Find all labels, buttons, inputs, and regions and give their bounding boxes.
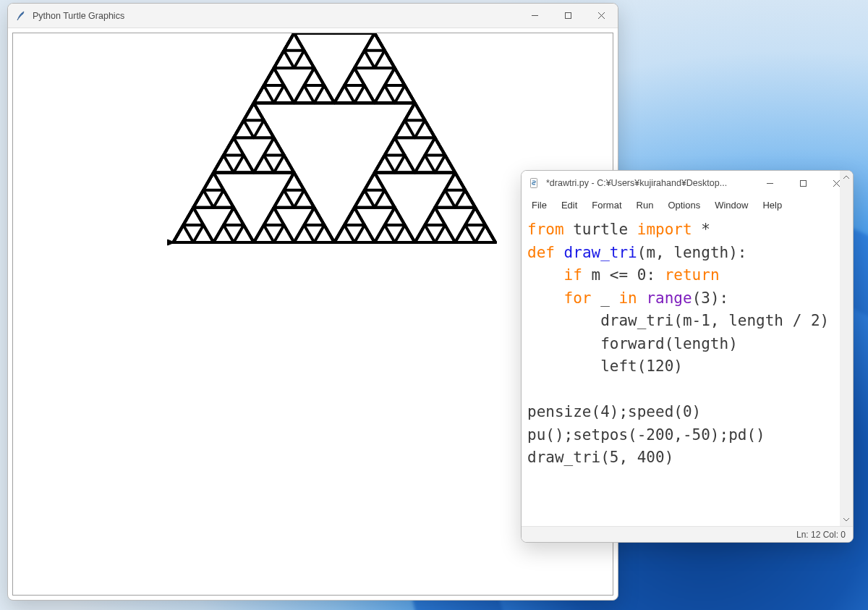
maximize-icon: [564, 12, 572, 20]
svg-marker-21: [254, 225, 274, 242]
svg-marker-82: [395, 120, 415, 137]
svg-marker-75: [395, 155, 415, 172]
svg-marker-115: [314, 33, 334, 33]
code-line: pu();setpos(-200,-50);pd(): [527, 424, 847, 447]
minimize-button[interactable]: [753, 171, 786, 195]
svg-marker-35: [234, 155, 254, 172]
svg-marker-58: [365, 173, 385, 190]
python-feather-icon: [15, 10, 27, 22]
menu-item-format[interactable]: Format: [584, 197, 629, 213]
svg-marker-105: [375, 85, 395, 103]
chevron-down-icon: [843, 516, 850, 523]
turtle-titlebar[interactable]: Python Turtle Graphics: [8, 4, 618, 28]
close-button[interactable]: [584, 4, 618, 27]
window-controls: [753, 171, 853, 195]
scrollbar-vertical[interactable]: [840, 171, 853, 526]
svg-marker-98: [284, 33, 305, 51]
svg-marker-78: [415, 155, 435, 172]
minimize-icon: [766, 179, 774, 187]
menu-item-help[interactable]: Help: [755, 197, 789, 213]
turtle-title: Python Turtle Graphics: [33, 11, 518, 21]
svg-marker-25: [294, 225, 315, 242]
cursor-position: Ln: 12 Col: 0: [796, 530, 846, 540]
svg-marker-90: [264, 68, 284, 85]
idle-titlebar[interactable]: *drawtri.py - C:¥Users¥kujirahand¥Deskto…: [522, 171, 853, 195]
menu-item-edit[interactable]: Edit: [554, 197, 584, 213]
menu-item-run[interactable]: Run: [629, 197, 661, 213]
svg-marker-27: [304, 208, 324, 225]
svg-marker-94: [304, 68, 324, 85]
minimize-button[interactable]: [518, 4, 551, 27]
scroll-down-button[interactable]: [840, 513, 853, 526]
svg-marker-17: [213, 190, 234, 208]
svg-marker-83: [415, 120, 435, 137]
maximize-button[interactable]: [786, 171, 820, 195]
svg-marker-18: [203, 173, 224, 190]
svg-marker-102: [354, 85, 375, 103]
svg-marker-66: [475, 225, 495, 242]
svg-marker-76: [385, 137, 405, 155]
svg-marker-118: [334, 33, 354, 33]
svg-marker-14: [224, 208, 244, 225]
chevron-up-icon: [843, 174, 850, 181]
menu-item-options[interactable]: Options: [660, 197, 707, 213]
svg-marker-57: [375, 190, 395, 208]
code-line: [527, 378, 847, 402]
svg-marker-30: [294, 190, 315, 208]
svg-marker-106: [395, 85, 415, 103]
svg-marker-92: [294, 85, 315, 103]
svg-marker-22: [274, 225, 294, 242]
idle-window: *drawtri.py - C:¥Users¥kujirahand¥Deskto…: [521, 170, 854, 543]
svg-rect-127: [800, 180, 806, 186]
svg-marker-101: [334, 85, 354, 103]
svg-marker-103: [344, 68, 365, 85]
svg-marker-53: [395, 225, 415, 242]
svg-marker-49: [354, 225, 375, 242]
idle-title: *drawtri.py - C:¥Users¥kujirahand¥Deskto…: [546, 178, 753, 188]
svg-marker-63: [425, 208, 445, 225]
svg-marker-13: [234, 225, 254, 242]
svg-marker-71: [445, 173, 465, 190]
scroll-up-button[interactable]: [840, 171, 853, 184]
svg-marker-38: [254, 155, 274, 172]
svg-marker-114: [294, 33, 315, 33]
code-line: pensize(4);speed(0): [527, 401, 847, 424]
svg-marker-62: [435, 225, 455, 242]
svg-marker-42: [234, 120, 254, 137]
svg-marker-84: [405, 103, 425, 120]
svg-marker-34: [213, 155, 234, 172]
svg-marker-93: [314, 85, 334, 103]
idle-menubar: FileEditFormatRunOptionsWindowHelp: [522, 195, 853, 216]
svg-marker-69: [435, 190, 455, 208]
code-line: left(120): [527, 355, 847, 378]
svg-rect-1: [565, 13, 571, 19]
svg-marker-70: [455, 190, 475, 208]
svg-marker-110: [375, 51, 395, 68]
close-icon: [597, 12, 605, 20]
svg-marker-97: [294, 51, 315, 68]
code-line: draw_tri(m-1, length / 2): [527, 310, 847, 333]
svg-marker-74: [375, 155, 395, 172]
maximize-button[interactable]: [551, 4, 584, 27]
svg-marker-88: [254, 85, 274, 103]
svg-marker-31: [284, 173, 305, 190]
svg-marker-10: [183, 208, 203, 225]
python-file-icon: [529, 177, 540, 189]
menu-item-window[interactable]: Window: [707, 197, 755, 213]
svg-marker-39: [274, 155, 294, 172]
svg-marker-26: [314, 225, 334, 242]
svg-marker-79: [435, 155, 455, 172]
menu-item-file[interactable]: File: [524, 197, 554, 213]
svg-marker-44: [244, 103, 264, 120]
svg-marker-8: [173, 225, 193, 242]
svg-marker-50: [344, 208, 365, 225]
svg-marker-119: [354, 33, 375, 33]
svg-marker-109: [354, 51, 375, 68]
svg-marker-65: [455, 225, 475, 242]
code-editor[interactable]: from turtle import *def draw_tri(m, leng…: [522, 216, 853, 525]
idle-statusbar: Ln: 12 Col: 0: [522, 526, 853, 542]
minimize-icon: [531, 12, 539, 20]
svg-marker-56: [354, 190, 375, 208]
svg-marker-52: [375, 225, 395, 242]
code-line: for _ in range(3):: [527, 287, 847, 310]
